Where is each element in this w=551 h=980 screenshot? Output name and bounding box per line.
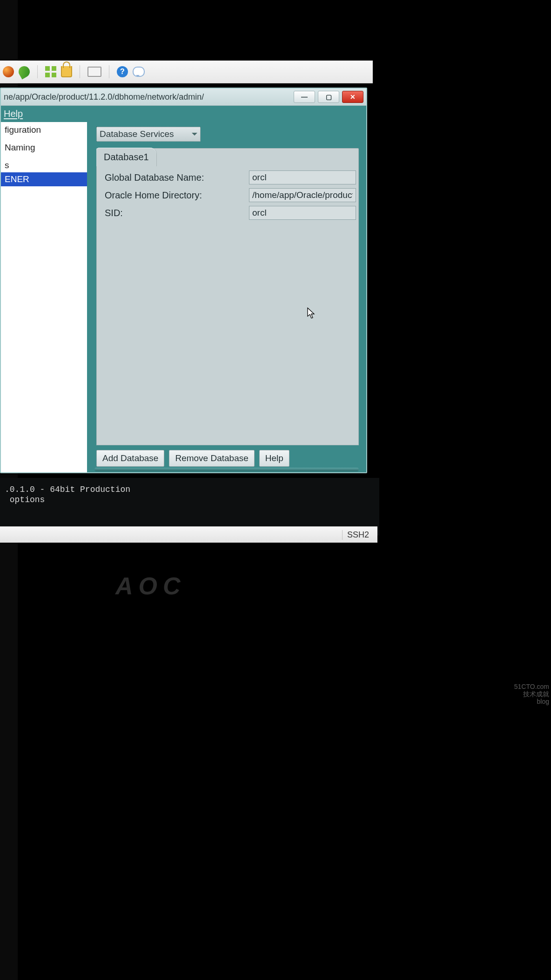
watermark: 51CTO.com 技术成就 blog [510, 683, 549, 705]
input-global-db-name[interactable] [249, 170, 356, 184]
section-combo[interactable]: Database Services [96, 127, 201, 142]
combo-value: Database Services [100, 129, 174, 139]
database-form: Global Database Name: Oracle Home Direct… [105, 170, 350, 220]
tree-node-selected[interactable]: ENER [1, 172, 87, 186]
remove-database-button[interactable]: Remove Database [169, 450, 254, 467]
tree-node[interactable]: s [1, 158, 87, 172]
window-title: ne/app/Oracle/product/11.2.0/dbhome/netw… [4, 92, 204, 102]
window-buttons: — ▢ ✕ [294, 91, 363, 103]
terminal-line: .0.1.0 - 64bit Production [5, 485, 130, 494]
label-global-db-name: Global Database Name: [105, 172, 244, 183]
close-button[interactable]: ✕ [342, 91, 363, 103]
status-protocol: SSH2 [342, 530, 374, 540]
fox-icon[interactable] [3, 66, 14, 77]
chevron-down-icon [192, 133, 197, 138]
lock-icon[interactable] [61, 66, 72, 77]
menu-help[interactable]: Help [4, 109, 23, 119]
titlebar[interactable]: ne/app/Oracle/product/11.2.0/dbhome/netw… [1, 88, 366, 106]
tree-node[interactable] [1, 137, 87, 141]
minimize-button[interactable]: — [294, 91, 315, 103]
input-oracle-home[interactable] [249, 188, 356, 202]
toolbar-separator [80, 65, 80, 78]
terminal-line: options [5, 495, 45, 504]
toolbar-separator [109, 65, 109, 78]
tab-database1[interactable]: Database1 [96, 148, 156, 166]
nav-tree[interactable]: figuration Naming s ENER [1, 122, 87, 472]
leaf-icon[interactable] [17, 64, 32, 80]
watermark-line: 51CTO.com [510, 683, 549, 690]
tree-node[interactable]: figuration [1, 123, 87, 137]
add-database-button[interactable]: Add Database [96, 450, 164, 467]
toolbar-separator [37, 65, 38, 78]
button-row: Add Database Remove Database Help [96, 450, 289, 467]
database-tab-card: Database1 Global Database Name: Oracle H… [96, 148, 359, 445]
monitor-brand-label: AOC [115, 572, 186, 600]
app-toolbar: ? [0, 61, 373, 83]
help-button[interactable]: Help [259, 450, 289, 467]
maximize-button[interactable]: ▢ [318, 91, 339, 103]
label-sid: SID: [105, 208, 244, 218]
keyboard-icon[interactable] [87, 67, 101, 77]
oracle-net-manager-window: ne/app/Oracle/product/11.2.0/dbhome/netw… [0, 88, 367, 473]
status-bar: SSH2 [0, 526, 377, 543]
detail-panel: Database Services Database1 Global Datab… [87, 122, 366, 472]
help-icon[interactable]: ? [117, 66, 128, 77]
input-sid[interactable] [249, 206, 356, 220]
tab-label: Database1 [104, 152, 149, 163]
chat-icon[interactable] [133, 67, 145, 77]
menubar: Help [1, 106, 366, 122]
grid-icon[interactable] [45, 66, 56, 77]
resize-handle[interactable] [94, 468, 359, 471]
watermark-line: 技术成就 blog [510, 690, 549, 705]
label-oracle-home: Oracle Home Directory: [105, 190, 244, 201]
window-content: figuration Naming s ENER Database Servic… [1, 122, 366, 472]
tree-node[interactable]: Naming [1, 141, 87, 155]
tree-node[interactable] [1, 155, 87, 158]
